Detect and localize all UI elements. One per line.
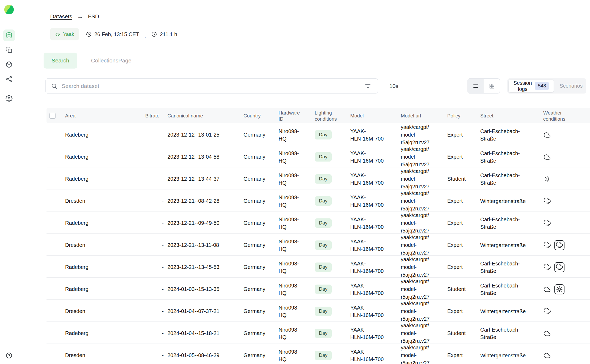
cell-model: YAAK- HLN-16M-700 <box>350 216 401 231</box>
sidebar <box>0 0 18 364</box>
car-icon <box>55 32 60 37</box>
table-body: Radeberg - 2023-12-12--13-01-25 Germany … <box>47 123 590 364</box>
cell-weather-conditions <box>543 352 590 359</box>
cell-canonical-name: 2024-01-03--15-13-35 <box>167 286 243 292</box>
cell-hardware-id: Niro098- HQ <box>279 128 315 142</box>
cell-policy: Expert <box>447 198 480 204</box>
table-row[interactable]: Radeberg - 2023-12-21--13-45-53 Germany … <box>47 256 590 278</box>
search-input[interactable] <box>61 83 360 90</box>
table-row[interactable]: Radeberg - 2023-12-12--13-01-25 Germany … <box>47 123 590 145</box>
table-row[interactable]: Radeberg - 2024-01-03--15-13-35 Germany … <box>47 278 590 300</box>
database-icon <box>6 32 12 39</box>
breadcrumb-arrow-icon: → <box>77 13 83 20</box>
breadcrumb-datasets-link[interactable]: Datasets <box>50 13 72 20</box>
header-policy: Policy <box>447 113 480 119</box>
cell-bitrate: - <box>141 242 167 248</box>
cell-model-url: yaak/cargpt/ model- r5ajq2ru:v27 <box>401 278 447 301</box>
dataset-meta: Yaak 26 Feb, 13:15 CET . 211.1 h <box>50 28 177 40</box>
tab-search[interactable]: Search <box>44 53 77 69</box>
search-box <box>45 78 378 94</box>
table-row[interactable]: Radeberg - 2023-12-12--13-44-37 Germany … <box>47 167 590 189</box>
cell-canonical-name: 2023-12-21--08-42-28 <box>167 198 243 204</box>
cell-model: YAAK- HLN-16M-700 <box>350 282 401 297</box>
cell-area: Radeberg <box>65 264 141 270</box>
cell-lighting-conditions: Day <box>315 307 350 316</box>
cell-canonical-name: 2023-12-12--13-04-58 <box>167 154 243 160</box>
cell-bitrate: - <box>141 154 167 160</box>
cell-policy: Expert <box>447 132 480 138</box>
cell-area: Dresden <box>65 352 141 358</box>
cell-country: Germany <box>243 308 279 314</box>
cell-country: Germany <box>243 330 279 336</box>
table-row[interactable]: Dresden - 2023-12-21--08-42-28 Germany N… <box>47 189 590 211</box>
view-toggle <box>467 78 500 94</box>
copy-icon <box>6 46 12 53</box>
sidebar-item-settings[interactable] <box>3 92 15 104</box>
table-row[interactable]: Dresden - 2024-01-04--07-37-21 Germany N… <box>47 300 590 322</box>
grid-view-button[interactable] <box>484 79 500 93</box>
cell-model-url: yaak/cargpt/ model- r5ajq2ru:v27 <box>401 123 447 146</box>
cell-country: Germany <box>243 132 279 138</box>
cell-policy: Expert <box>447 220 480 226</box>
sidebar-item-pipelines[interactable] <box>3 73 15 85</box>
cell-policy: Expert <box>447 242 480 248</box>
segment-scenarios[interactable]: Scenarios <box>555 80 587 92</box>
cell-bitrate: - <box>141 220 167 226</box>
help-button[interactable] <box>6 352 12 360</box>
refresh-interval[interactable]: 10s <box>389 78 398 94</box>
table-row[interactable]: Radeberg - 2023-12-21--09-49-50 Germany … <box>47 211 590 234</box>
cell-weather-conditions <box>543 197 590 205</box>
table-row[interactable]: Radeberg - 2023-12-12--13-04-58 Germany … <box>47 145 590 167</box>
cell-policy: Expert <box>447 352 480 358</box>
cell-model-url: yaak/cargpt/ model- r5ajq2ru:v27 <box>401 189 447 213</box>
clock-icon <box>86 31 92 37</box>
cell-bitrate: - <box>141 264 167 270</box>
cell-model-url: yaak/cargpt/ model- r5ajq2ru:v27 <box>401 145 447 168</box>
cell-street: Carl-Eschebach-Straße <box>480 216 532 231</box>
vehicle-chip[interactable]: Yaak <box>50 28 79 40</box>
cell-canonical-name: 2023-12-12--13-44-37 <box>167 176 243 182</box>
sun-icon <box>543 175 551 183</box>
cell-model-url: yaak/cargpt/ model- r5ajq2ru:v27 <box>401 344 447 364</box>
cell-policy: Student <box>447 176 480 182</box>
cell-hardware-id: Niro098- HQ <box>279 260 315 275</box>
sidebar-item-datasets[interactable] <box>3 29 15 41</box>
cell-lighting-conditions: Day <box>315 196 350 206</box>
sidebar-item-collections[interactable] <box>3 44 15 56</box>
cell-bitrate: - <box>141 176 167 182</box>
filter-button[interactable] <box>363 82 372 91</box>
filter-icon <box>364 83 371 90</box>
cell-weather-conditions <box>543 153 590 161</box>
cell-model: YAAK- HLN-16M-700 <box>350 150 401 164</box>
cell-canonical-name: 2024-01-05--08-46-29 <box>167 352 243 358</box>
header-canonical-name: Canonical name <box>167 113 243 119</box>
clock-icon <box>151 31 157 37</box>
cell-street: Carl-Eschebach-Straße <box>480 172 532 187</box>
segment-session-logs[interactable]: Session logs 548 <box>509 80 554 92</box>
dataset-timestamp: 26 Feb, 13:15 CET <box>86 31 139 37</box>
main-content: Datasets → FSD Yaak 26 Feb, 13:15 CET . … <box>18 0 590 364</box>
table-row[interactable]: Dresden - 2024-01-05--08-46-29 Germany N… <box>47 344 590 364</box>
rain-icon <box>554 240 564 250</box>
cell-lighting-conditions: Day <box>315 240 350 250</box>
sidebar-item-packages[interactable] <box>3 59 15 70</box>
sessions-table: Area Bitrate Canonical name Country Hard… <box>47 108 590 364</box>
cell-street: Carl-Eschebach-Straße <box>480 150 532 164</box>
duration-label: 211.1 h <box>160 31 177 37</box>
list-view-button[interactable] <box>468 79 484 93</box>
cell-canonical-name: 2023-12-21--13-45-53 <box>167 264 243 270</box>
cell-lighting-conditions: Day <box>315 285 350 294</box>
cell-lighting-conditions: Day <box>315 329 350 338</box>
cloud-icon <box>543 131 551 139</box>
select-all-checkbox[interactable] <box>49 113 56 119</box>
cell-model-url: yaak/cargpt/ model- r5ajq2ru:v27 <box>401 300 447 323</box>
meta-separator: . <box>145 33 146 40</box>
cell-model: YAAK- HLN-16M-700 <box>350 260 401 275</box>
cell-model: YAAK- HLN-16M-700 <box>350 194 401 209</box>
app-logo[interactable] <box>4 5 14 14</box>
table-row[interactable]: Radeberg - 2024-01-04--15-18-21 Germany … <box>47 322 590 344</box>
table-row[interactable]: Dresden - 2023-12-21--13-11-08 Germany N… <box>47 234 590 256</box>
rain-icon <box>543 241 551 249</box>
tab-collectionspage[interactable]: CollectionsPage <box>83 53 140 69</box>
cell-bitrate: - <box>141 330 167 336</box>
